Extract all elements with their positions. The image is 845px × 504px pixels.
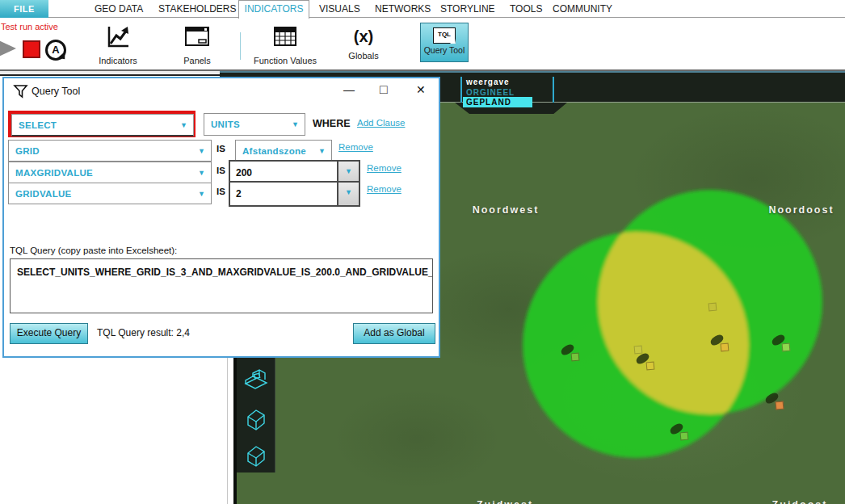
clause-field-value: GRID [15, 146, 40, 156]
chevron-down-icon: ▼ [345, 167, 352, 175]
units-dropdown-value: UNITS [211, 120, 240, 129]
clause-value-input-2[interactable]: 2 [229, 181, 340, 207]
function-values-table-icon [271, 24, 299, 50]
clause-field-dropdown-grid[interactable]: GRID ▼ [8, 140, 212, 162]
map-label-zuidwest: Zuidwest [477, 499, 533, 504]
menu-storyline[interactable]: STORYLINE [440, 3, 495, 15]
house-tool-icon-2[interactable] [242, 442, 270, 469]
house-tool-icon[interactable] [242, 405, 270, 433]
menu-networks[interactable]: NETWORKS [375, 3, 431, 15]
execute-query-button[interactable]: Execute Query [10, 323, 88, 344]
select-annotation-red-box: SELECT ▼ [8, 111, 195, 137]
query-tool-button[interactable]: TQL Query Tool [420, 23, 469, 62]
map-label-noordoost: Noordoost [768, 204, 834, 216]
chevron-down-icon: ▼ [198, 190, 205, 198]
menu-community[interactable]: COMMUNITY [553, 3, 612, 15]
menu-visuals[interactable]: VISUALS [319, 3, 360, 15]
globals-label: Globals [339, 51, 388, 61]
play-icon[interactable] [0, 39, 16, 58]
funnel-icon [13, 84, 29, 100]
chevron-down-icon: ▼ [345, 188, 352, 196]
dialog-title: Query Tool [32, 86, 80, 97]
panels-label: Panels [173, 56, 221, 65]
remove-clause-link[interactable]: Remove [367, 163, 401, 173]
app-window: FILE GEO DATA STAKEHOLDERS INDICATORS VI… [0, 0, 845, 504]
clause-field-dropdown-gridvalue[interactable]: GRIDVALUE ▼ [8, 183, 212, 204]
map-label-noordwest: Noordwest [473, 204, 540, 216]
remove-clause-link[interactable]: Remove [367, 184, 401, 194]
view-option-gepland[interactable]: GEPLAND [466, 98, 511, 107]
is-label: IS [217, 144, 225, 153]
globals-x-icon: (x) [339, 24, 388, 48]
minimize-button[interactable]: — [343, 83, 355, 96]
ribbon-toolbar: Test run active A Indicators Panels [0, 18, 845, 71]
ribbon-separator [240, 32, 241, 60]
is-label: IS [217, 166, 225, 175]
clause-value-dropdown-afstandszone[interactable]: Afstandszone ▼ [235, 140, 332, 162]
chevron-down-icon: ▼ [198, 169, 205, 177]
units-dropdown[interactable]: UNITS ▼ [204, 113, 305, 136]
indicators-chart-icon [104, 24, 132, 50]
tql-page-icon: TQL [433, 27, 456, 44]
clause-field-dropdown-maxgridvalue[interactable]: MAXGRIDVALUE ▼ [8, 162, 212, 183]
add-clause-link[interactable]: Add Clause [357, 118, 405, 128]
close-button[interactable]: ✕ [416, 83, 426, 96]
view-dropdown-right-line [553, 77, 554, 103]
clause-value: 2 [236, 188, 242, 200]
view-dropdown-label[interactable]: weergave [466, 78, 510, 86]
menu-file-tab[interactable]: FILE [0, 0, 48, 18]
chevron-down-icon: ▼ [180, 121, 187, 129]
auto-run-icon[interactable]: A [45, 40, 66, 61]
view-option-origineel[interactable]: ORGINEEL [466, 88, 515, 97]
menu-stakeholders[interactable]: STAKEHOLDERS [158, 3, 236, 15]
remove-clause-link[interactable]: Remove [338, 142, 373, 152]
is-label: IS [217, 187, 225, 196]
view-dropdown-left-line [460, 77, 462, 103]
clause-field-value: GRIDVALUE [15, 189, 72, 199]
clause-field-value: MAXGRIDVALUE [15, 168, 93, 178]
menu-geo-data[interactable]: GEO DATA [95, 3, 143, 15]
stop-icon[interactable] [23, 40, 40, 58]
query-tool-label: Query Tool [421, 45, 468, 55]
menu-indicators-active-tab[interactable]: INDICATORS [238, 0, 309, 19]
tql-query-label: TQL Query (copy paste into Excelsheet): [10, 246, 177, 255]
function-values-button[interactable]: Function Values [253, 24, 317, 65]
panels-button[interactable]: Panels [173, 24, 221, 65]
left-panel-header [0, 71, 220, 76]
chevron-down-icon: ▼ [292, 120, 299, 128]
panels-window-icon [183, 24, 212, 50]
function-values-label: Function Values [253, 56, 317, 65]
excavator-tool-icon[interactable] [242, 366, 270, 393]
menu-tools[interactable]: TOOLS [510, 3, 542, 15]
maximize-button[interactable]: □ [380, 83, 388, 96]
select-dropdown[interactable]: SELECT ▼ [11, 114, 194, 136]
clause-value: Afstandszone [242, 146, 306, 156]
indicators-label: Indicators [94, 56, 142, 65]
select-dropdown-value: SELECT [19, 120, 57, 130]
clause-value-arrow-button[interactable]: ▼ [337, 181, 360, 207]
chevron-down-icon: ▼ [318, 147, 326, 155]
test-run-status: Test run active [1, 22, 58, 32]
map-label-zuidoost: Zuidoost [772, 499, 828, 504]
add-as-global-button[interactable]: Add as Global [353, 323, 435, 344]
globals-button[interactable]: (x) Globals [339, 24, 388, 61]
indicators-button[interactable]: Indicators [94, 24, 142, 65]
menu-bar: FILE GEO DATA STAKEHOLDERS INDICATORS VI… [0, 0, 845, 18]
tql-query-textarea[interactable]: SELECT_UNITS_WHERE_GRID_IS_3_AND_MAXGRID… [10, 258, 433, 313]
clause-value: 200 [236, 167, 252, 178]
tql-query-result: TQL Query result: 2,4 [97, 327, 190, 338]
query-tool-dialog: Query Tool — □ ✕ SELECT ▼ UNITS ▼ WHERE … [2, 77, 440, 358]
where-label: WHERE [313, 118, 351, 129]
chevron-down-icon: ▼ [198, 147, 205, 155]
